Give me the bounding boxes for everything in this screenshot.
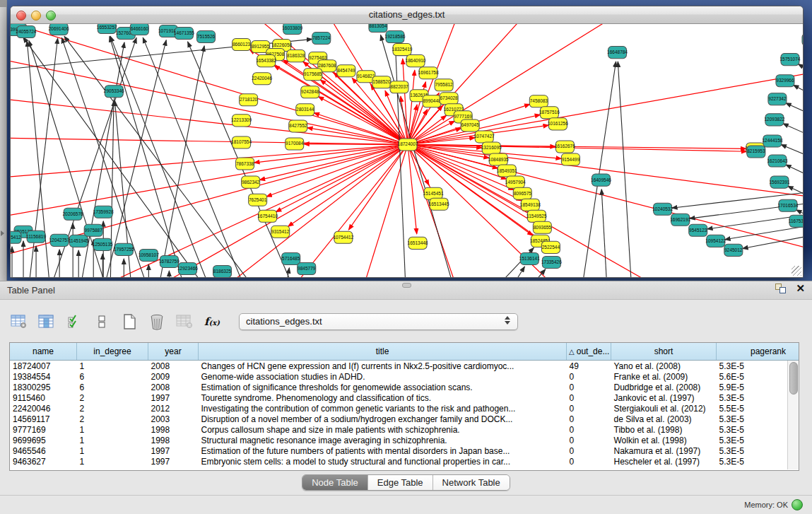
network-node[interactable]: 18325419 bbox=[392, 44, 413, 56]
network-node[interactable]: 16782759 bbox=[159, 255, 180, 267]
network-node[interactable]: 3915412 bbox=[11, 231, 21, 243]
table-row[interactable]: 1938455462009Genome-wide association stu… bbox=[10, 371, 799, 382]
network-edge[interactable] bbox=[348, 144, 408, 230]
network-node[interactable]: 16648784 bbox=[607, 47, 628, 59]
network-node[interactable]: 8186328 bbox=[287, 50, 305, 62]
network-node[interactable]: 12444158 bbox=[762, 135, 782, 147]
network-node[interactable]: 16754410 bbox=[257, 210, 278, 222]
float-panel-icon[interactable] bbox=[775, 284, 786, 293]
network-node[interactable]: 8813054 bbox=[369, 24, 387, 33]
network-node[interactable]: 24055724 bbox=[16, 26, 37, 38]
column-header-year[interactable]: year bbox=[148, 343, 199, 361]
select-columns-button[interactable] bbox=[37, 313, 56, 331]
tab-node-table[interactable]: Node Table bbox=[302, 475, 367, 490]
function-builder-button[interactable]: f(x) bbox=[203, 313, 221, 331]
network-edge[interactable] bbox=[110, 37, 194, 277]
network-node[interactable]: 8186325 bbox=[213, 265, 232, 277]
network-node[interactable]: 16513445 bbox=[429, 198, 449, 210]
network-node[interactable]: 16543382 bbox=[256, 55, 276, 67]
delete-table-button[interactable] bbox=[175, 313, 194, 331]
network-node[interactable]: 1588520 bbox=[372, 76, 391, 88]
network-node[interactable]: 11675314 bbox=[789, 215, 803, 227]
network-edge[interactable] bbox=[783, 124, 803, 152]
column-layout-button[interactable] bbox=[93, 313, 111, 331]
network-node[interactable]: 7857224 bbox=[312, 33, 331, 45]
network-node[interactable]: 10240532 bbox=[652, 203, 673, 215]
network-node[interactable]: 8660123 bbox=[233, 39, 251, 51]
table-row[interactable]: 1872400712008Changes of HCN gene express… bbox=[10, 361, 799, 372]
network-edge[interactable] bbox=[403, 59, 408, 144]
table-row[interactable]: 2242004622012Investigating the contribut… bbox=[10, 403, 799, 414]
network-node[interactable]: 10747427 bbox=[474, 131, 495, 143]
network-node[interactable]: 10161256 bbox=[548, 118, 568, 130]
close-panel-icon[interactable]: ✕ bbox=[796, 284, 805, 293]
memory-status-indicator[interactable] bbox=[792, 499, 803, 510]
table-scrollbar[interactable] bbox=[787, 361, 799, 469]
scrollbar-thumb[interactable] bbox=[789, 362, 798, 395]
network-node[interactable]: 12213309 bbox=[231, 115, 252, 127]
column-header-in_degree[interactable]: in_degree bbox=[77, 343, 148, 361]
network-node[interactable]: 8454749 bbox=[337, 65, 355, 77]
delete-button[interactable] bbox=[148, 313, 166, 331]
table-row[interactable]: 946362711997Embryonic stem cells: a mode… bbox=[10, 456, 799, 467]
network-node[interactable]: 19218586 bbox=[385, 31, 406, 43]
network-node[interactable]: 10754412 bbox=[333, 231, 353, 243]
network-node[interactable]: 13216095 bbox=[481, 142, 502, 154]
network-node[interactable]: 14671355 bbox=[174, 28, 194, 40]
network-node[interactable]: 6734028 bbox=[440, 93, 458, 105]
network-edge[interactable] bbox=[276, 144, 408, 211]
network-node[interactable]: 9170084 bbox=[286, 138, 304, 150]
table-settings-button[interactable] bbox=[10, 313, 28, 331]
network-node[interactable]: 16962191 bbox=[670, 214, 690, 226]
network-node[interactable]: 16553257 bbox=[97, 24, 117, 34]
network-node[interactable]: 9245012 bbox=[724, 244, 743, 256]
network-node[interactable]: 5716485 bbox=[282, 252, 300, 264]
panel-collapse-arrow-icon[interactable] bbox=[1, 230, 4, 236]
network-node[interactable]: 11549525 bbox=[526, 210, 547, 222]
network-node[interactable]: 9862342 bbox=[242, 176, 260, 188]
network-node[interactable]: 8822037 bbox=[390, 81, 408, 93]
network-node[interactable]: 15136141 bbox=[519, 252, 540, 264]
network-node[interactable]: 16409546 bbox=[591, 174, 611, 186]
network-node[interactable]: 15692391 bbox=[769, 176, 789, 188]
network-node[interactable]: 20691406 bbox=[49, 24, 69, 35]
network-node[interactable]: 20206576 bbox=[63, 208, 83, 220]
network-node[interactable]: 7515526 bbox=[196, 31, 215, 43]
network-node[interactable]: 9227342 bbox=[768, 93, 787, 105]
network-node[interactable]: 9845779 bbox=[298, 262, 316, 274]
network-node[interactable]: 8096575 bbox=[513, 187, 531, 199]
network-node[interactable]: 9975887 bbox=[84, 224, 102, 236]
network-edge[interactable] bbox=[280, 268, 290, 277]
network-node[interactable]: 18757516 bbox=[539, 107, 560, 119]
network-node[interactable]: 18107554 bbox=[231, 136, 252, 148]
network-node[interactable]: 17359928 bbox=[93, 206, 114, 218]
network-edge[interactable] bbox=[618, 62, 633, 277]
network-node[interactable]: 18724007 bbox=[398, 139, 418, 151]
network-node[interactable]: 11156819 bbox=[26, 230, 46, 243]
network-node[interactable]: 2718120 bbox=[240, 94, 258, 106]
network-node[interactable]: 10848935 bbox=[488, 153, 509, 165]
network-node[interactable]: 11451945 bbox=[69, 235, 89, 247]
splitter-handle[interactable] bbox=[402, 283, 411, 288]
network-node[interactable]: 9175685 bbox=[304, 69, 322, 81]
network-node[interactable]: 8990448 bbox=[423, 95, 441, 107]
column-header-name[interactable]: name bbox=[10, 343, 77, 361]
network-node[interactable]: 17335426 bbox=[541, 256, 562, 268]
network-node[interactable]: 2522544 bbox=[541, 241, 560, 253]
tab-network-table[interactable]: Network Table bbox=[433, 475, 510, 490]
network-canvas[interactable]: 1872400786601238912955182260589827508165… bbox=[11, 24, 803, 277]
network-node[interactable]: 16162676 bbox=[555, 141, 575, 153]
network-node[interactable]: 8427552 bbox=[289, 120, 307, 132]
network-node[interactable]: 9545123 bbox=[689, 224, 707, 236]
column-header-out_de[interactable]: △out_de... bbox=[567, 343, 611, 361]
network-edge[interactable] bbox=[396, 46, 407, 277]
network-node[interactable]: 10958107 bbox=[139, 249, 159, 261]
network-node[interactable]: 7625401 bbox=[249, 194, 267, 206]
network-node[interactable]: 29053346 bbox=[104, 86, 124, 98]
network-node[interactable]: 14957904 bbox=[505, 176, 526, 188]
network-node[interactable]: 7458083 bbox=[529, 95, 548, 107]
network-node[interactable]: 6466160 bbox=[130, 24, 148, 35]
column-header-short[interactable]: short bbox=[611, 343, 717, 361]
network-node[interactable]: 22420046 bbox=[252, 73, 272, 85]
network-node[interactable]: 15751074 bbox=[780, 54, 801, 66]
